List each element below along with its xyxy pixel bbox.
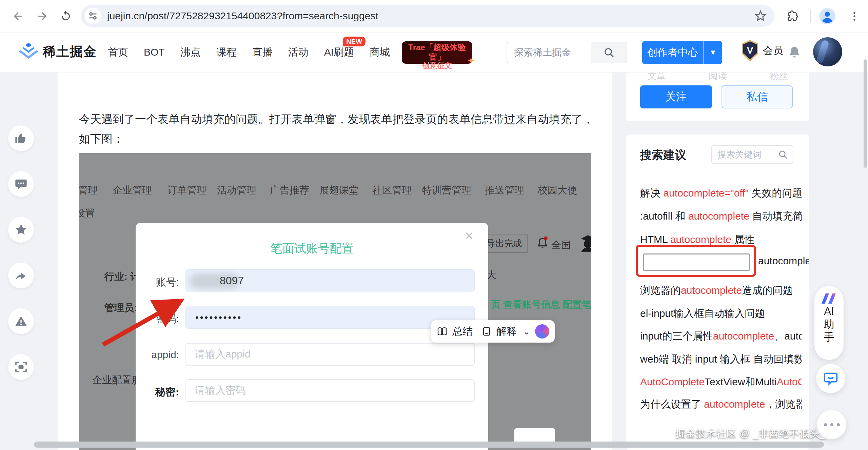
shot-tab: 展翅课堂 bbox=[319, 184, 359, 197]
stat-articles[interactable]: 文章 bbox=[626, 72, 687, 82]
stat-followers[interactable]: 粉丝 bbox=[748, 72, 809, 82]
nav-item-home[interactable]: 首页 bbox=[108, 45, 128, 59]
nav-item-courses[interactable]: 课程 bbox=[216, 45, 237, 59]
reload-icon bbox=[60, 10, 72, 22]
explain-button[interactable]: 解释 bbox=[496, 325, 517, 339]
shot-appid-input: 请输入appid bbox=[185, 343, 475, 366]
search-icon bbox=[778, 149, 788, 160]
site-search-input[interactable] bbox=[507, 42, 591, 63]
page: juejin.cn/post/7275282932154400823?from=… bbox=[0, 0, 868, 450]
ai-selection-toolbar: 总结 解释 ⌄ bbox=[431, 320, 555, 343]
warning-icon bbox=[14, 314, 28, 328]
forward-arrow-icon bbox=[36, 10, 48, 23]
shot-tab: 管理 bbox=[79, 184, 98, 197]
collect-button[interactable] bbox=[8, 217, 34, 243]
browser-menu-button[interactable] bbox=[846, 7, 863, 25]
toolbar-divider bbox=[810, 10, 811, 23]
author-card: 文章 阅读 粉丝 关注 私信 bbox=[626, 72, 809, 121]
shot-tab: 校园大使 bbox=[538, 184, 577, 197]
chevron-down-icon[interactable]: ▼ bbox=[704, 48, 722, 57]
site-settings-button[interactable] bbox=[85, 8, 101, 24]
chat-bubble-icon bbox=[823, 371, 839, 386]
shot-field-label: 秘密: bbox=[136, 385, 179, 399]
bookmark-button[interactable] bbox=[754, 9, 767, 22]
suggestion-item[interactable]: el-input输入框自动输入问题 bbox=[640, 307, 802, 321]
ai-assistant-logo-icon bbox=[820, 291, 838, 305]
tune-icon bbox=[88, 11, 98, 21]
suggestion-item[interactable]: input的三个属性autocomplete、autoc... bbox=[640, 329, 802, 344]
summarize-book-icon bbox=[437, 326, 448, 337]
suggestion-item[interactable]: web端 取消 input 输入框 自动回填数据... bbox=[640, 352, 802, 367]
site-logo[interactable]: 稀土掘金 bbox=[19, 43, 97, 60]
vip-badge-icon: V bbox=[741, 40, 759, 61]
ai-brain-icon[interactable] bbox=[535, 324, 549, 339]
shot-tab: 社区管理 bbox=[372, 184, 412, 197]
search-suggestions-card: 搜索建议 解决 autocomplete="off" 失效的问题 :autofi… bbox=[626, 135, 809, 450]
shot-tab: 推送管理 bbox=[485, 184, 524, 197]
suggestions-search-input[interactable] bbox=[712, 149, 778, 160]
comment-button[interactable] bbox=[8, 171, 34, 197]
stat-reads[interactable]: 阅读 bbox=[687, 72, 748, 82]
juejin-logo-icon bbox=[19, 43, 38, 60]
nav-item-live[interactable]: 直播 bbox=[252, 45, 273, 59]
feedback-chat-button[interactable] bbox=[816, 364, 845, 393]
reload-button[interactable] bbox=[57, 7, 75, 25]
suggestion-thumbnail bbox=[636, 245, 756, 277]
star-icon bbox=[14, 223, 28, 237]
shot-mascot-icon bbox=[577, 233, 591, 254]
suggestion-item[interactable]: 为什么设置了 autocomplete，浏览器仍... bbox=[640, 397, 802, 412]
nav-item-pins[interactable]: 沸点 bbox=[180, 45, 201, 59]
trae-promo-badge[interactable]: Trae「超级体验官」 创意征文 ✦ bbox=[402, 41, 472, 64]
creator-center-button[interactable]: 创作者中心 ▼ bbox=[642, 41, 722, 64]
site-logo-text: 稀土掘金 bbox=[43, 43, 97, 60]
site-search-button[interactable] bbox=[591, 42, 627, 63]
vertical-scrollbar[interactable] bbox=[864, 59, 867, 168]
screenshot-button[interactable] bbox=[8, 354, 34, 380]
search-icon bbox=[603, 47, 615, 58]
red-annotation-arrow bbox=[92, 292, 194, 353]
suggestion-item[interactable]: :autofill 和 autocomplete 自动填充简介 bbox=[640, 209, 802, 224]
shot-appid-placeholder: 请输入appid bbox=[186, 347, 250, 361]
report-button[interactable] bbox=[8, 308, 34, 334]
address-bar[interactable]: juejin.cn/post/7275282932154400823?from=… bbox=[81, 5, 774, 27]
share-button[interactable] bbox=[8, 263, 34, 288]
extensions-button[interactable] bbox=[784, 7, 802, 25]
like-button[interactable] bbox=[8, 125, 34, 151]
star-outline-icon bbox=[754, 9, 767, 22]
suggestion-item[interactable]: 解决 autocomplete="off" 失效的问题 bbox=[640, 186, 802, 201]
shot-password-value: •••••••••• bbox=[186, 312, 242, 323]
url-text[interactable]: juejin.cn/post/7275282932154400823?from=… bbox=[107, 10, 754, 22]
nav-item-bot[interactable]: BOT bbox=[144, 46, 165, 58]
summarize-button[interactable]: 总结 bbox=[452, 325, 473, 339]
shot-tab: 活动管理 bbox=[217, 184, 256, 197]
forward-button[interactable] bbox=[33, 7, 51, 25]
notifications-button[interactable] bbox=[787, 45, 802, 60]
watermark: 掘金技术社区 @ _非酋绝不低头_ bbox=[665, 427, 826, 441]
shot-tab: 特训营管理 bbox=[422, 184, 471, 197]
suggestion-item[interactable]: 浏览器的autocomplete造成的问题 bbox=[640, 284, 802, 298]
suggestion-caption: autocomplet... bbox=[758, 255, 809, 267]
back-button[interactable] bbox=[9, 7, 27, 25]
vip-entry[interactable]: V 会员 bbox=[741, 40, 783, 61]
ai-assistant-label: 手 bbox=[824, 331, 834, 344]
horizontal-scrollbar[interactable] bbox=[34, 442, 824, 448]
vip-label: 会员 bbox=[763, 44, 783, 58]
follow-button[interactable]: 关注 bbox=[640, 85, 712, 108]
browser-profile-button[interactable] bbox=[818, 7, 836, 25]
shot-industry-label: 行业: 计 bbox=[104, 270, 140, 284]
nav-item-ai-quiz[interactable]: AI刷题NEW bbox=[324, 45, 354, 59]
nav-item-shop[interactable]: 商城 bbox=[370, 45, 390, 59]
new-badge: NEW bbox=[343, 37, 366, 46]
main-nav: 首页 BOT 沸点 课程 直播 活动 AI刷题NEW 商城 bbox=[108, 33, 390, 72]
sparkle-icon: ✦ bbox=[467, 56, 475, 66]
toolbar-chevron-icon[interactable]: ⌄ bbox=[523, 326, 530, 337]
article-image[interactable]: 管理 企业管理 订单管理 活动管理 广告推荐 展翅课堂 社区管理 特训营管理 推… bbox=[79, 153, 591, 450]
ai-assistant-button[interactable]: AI 助 手 bbox=[814, 286, 844, 360]
nav-item-events[interactable]: 活动 bbox=[288, 45, 309, 59]
shot-secret-input: 请输入密码 bbox=[185, 379, 475, 402]
message-button[interactable]: 私信 bbox=[722, 85, 793, 108]
share-arrow-icon bbox=[14, 269, 28, 282]
suggestion-item[interactable]: AutoCompleteTextView和MultiAutoCo... bbox=[640, 375, 802, 389]
user-avatar[interactable] bbox=[813, 37, 842, 66]
suggestion-item[interactable]: autocomplet... bbox=[636, 245, 809, 277]
